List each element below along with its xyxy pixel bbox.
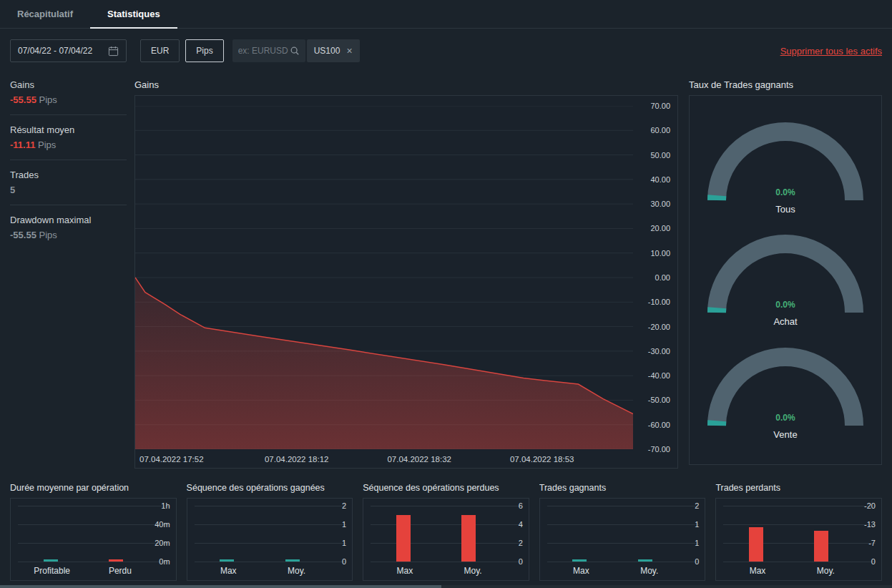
gauge-tous: 0.0% Tous (706, 121, 865, 215)
mini-charts-row: Durée moyenne par opération 1h40m20m0mPr… (10, 483, 882, 581)
tab-bar: Récapitulatif Statistiques (0, 0, 892, 29)
summary-value: -11.11 (10, 139, 35, 150)
mini-category-labels: ProfitablePerdu (18, 566, 155, 576)
search-icon (290, 46, 300, 56)
summary-item-drawdown: Drawdown maximal -55.55 Pips (10, 215, 127, 240)
mini-y-tick-label: 1 (342, 539, 346, 547)
mini-plot-area: 2110 (547, 506, 700, 562)
mini-bars (195, 506, 325, 562)
horizontal-scrollbar[interactable] (0, 585, 892, 588)
summary-item-trades: Trades 5 (10, 170, 127, 195)
mini-y-tick-label: -7 (868, 539, 876, 547)
bar-column (83, 506, 148, 562)
date-range-value: 07/04/22 - 07/04/22 (18, 46, 92, 56)
bar (814, 531, 828, 562)
category-label: Profitable (18, 566, 86, 576)
gauge-label: Tous (706, 204, 865, 215)
gauge-label: Achat (706, 316, 865, 327)
mini-y-tick-label: 1h (161, 501, 170, 510)
category-label: Max (371, 566, 438, 576)
mini-y-tick-label: 2 (695, 501, 699, 510)
bar-column (371, 506, 436, 562)
mini-y-tick-label: -13 (864, 520, 876, 529)
bar (44, 559, 58, 562)
mini-category-labels: MaxMoy. (195, 566, 331, 576)
gauge-vente: 0.0% Vente (706, 346, 865, 440)
gauge-value: 0.0% (706, 187, 865, 197)
summary-unit: Pips (39, 94, 57, 105)
asset-chip-label: US100 (314, 46, 340, 56)
mini-plot-area: 2110 (195, 506, 347, 562)
search-input[interactable] (238, 46, 290, 56)
category-label: Max (195, 566, 263, 576)
y-tick-label: -40.00 (648, 371, 670, 380)
mini-y-tick-label: 4 (519, 520, 523, 529)
y-tick-label: 60.00 (650, 126, 670, 134)
mini-bars (18, 506, 149, 562)
bar (396, 515, 411, 562)
mini-chart-title: Durée moyenne par opération (10, 483, 177, 493)
mini-category-labels: MaxMoy. (547, 566, 684, 576)
bar (638, 559, 652, 562)
grid-line (547, 562, 700, 562)
mini-y-tick-label: 0 (342, 557, 346, 566)
y-tick-label: -20.00 (648, 323, 670, 331)
bar (572, 559, 587, 562)
remove-all-assets-link[interactable]: Supprimer tous les actifs (780, 46, 882, 57)
mini-y-tick-label: 1 (342, 520, 346, 529)
mini-chart-title: Trades gagnants (539, 483, 706, 493)
summary-value: 5 (10, 185, 15, 195)
date-range-input[interactable]: 07/04/22 - 07/04/22 (10, 39, 127, 62)
gauge-achat: 0.0% Achat (706, 233, 865, 327)
bar (109, 559, 123, 562)
summary-label: Résultat moyen (10, 124, 127, 136)
mini-chart-box: 1h40m20m0mProfitablePerdu (10, 498, 177, 581)
mini-y-tick-label: 40m (155, 520, 170, 529)
grid-line (195, 562, 347, 562)
y-tick-label: -10.00 (648, 298, 670, 306)
summary-label: Drawdown maximal (10, 215, 127, 226)
mini-y-tick-label: 0 (519, 557, 523, 566)
gains-chart-section: Gains 70.0060.0050.0040.0030.0020.0010.0… (134, 79, 678, 469)
summary-item-resultat-moyen: Résultat moyen -11.11 Pips (10, 124, 127, 150)
chip-close-icon[interactable]: × (346, 45, 352, 57)
scrollbar-thumb[interactable] (0, 585, 441, 588)
tab-statistiques[interactable]: Statistiques (90, 0, 177, 29)
mini-chart-box: 2110MaxMoy. (187, 498, 353, 581)
bar (461, 515, 476, 562)
category-label: Moy. (438, 566, 506, 576)
win-rate-title: Taux de Trades gagnants (689, 79, 882, 91)
category-label: Moy. (263, 566, 330, 576)
bar-column (260, 506, 325, 562)
mini-bars (723, 506, 854, 562)
gains-chart: 70.0060.0050.0040.0030.0020.0010.000.00-… (134, 95, 678, 469)
y-tick-label: -60.00 (648, 421, 670, 429)
summary-panel: Gains -55.55 Pips Résultat moyen -11.11 … (10, 79, 127, 240)
category-label: Moy. (792, 566, 860, 576)
mini-plot-area: -20-13-70 (723, 506, 876, 562)
mini-y-tick-label: 20m (155, 539, 170, 547)
bar-column (723, 506, 788, 562)
summary-value: -55.55 (10, 230, 36, 240)
y-tick-label: -70.00 (648, 445, 670, 454)
mini-chart-title: Séquence des opérations perdues (363, 483, 529, 493)
summary-label: Trades (10, 170, 127, 181)
tab-recapitulatif[interactable]: Récapitulatif (0, 0, 90, 28)
mini-chart-seq-gagnees: Séquence des opérations gagnées 2110MaxM… (187, 483, 353, 581)
unit-button[interactable]: Pips (185, 39, 223, 62)
summary-item-gains: Gains -55.55 Pips (10, 79, 127, 105)
calendar-icon[interactable] (108, 46, 119, 57)
y-tick-label: 20.00 (650, 224, 670, 232)
grid-line (371, 562, 523, 562)
currency-button[interactable]: EUR (140, 39, 180, 62)
category-label: Max (547, 566, 615, 576)
y-tick-label: 50.00 (650, 151, 670, 160)
search-box[interactable] (232, 39, 305, 62)
mini-bars (547, 506, 678, 562)
mini-chart-box: 2110MaxMoy. (539, 498, 706, 581)
mini-chart-box: -20-13-70MaxMoy. (715, 498, 882, 581)
gains-chart-xlabels: 07.04.2022 17:5207.04.2022 18:1207.04.20… (139, 455, 630, 469)
mini-y-tick-label: -20 (864, 501, 876, 510)
divider (10, 114, 127, 115)
asset-chip[interactable]: US100 × (307, 39, 360, 62)
